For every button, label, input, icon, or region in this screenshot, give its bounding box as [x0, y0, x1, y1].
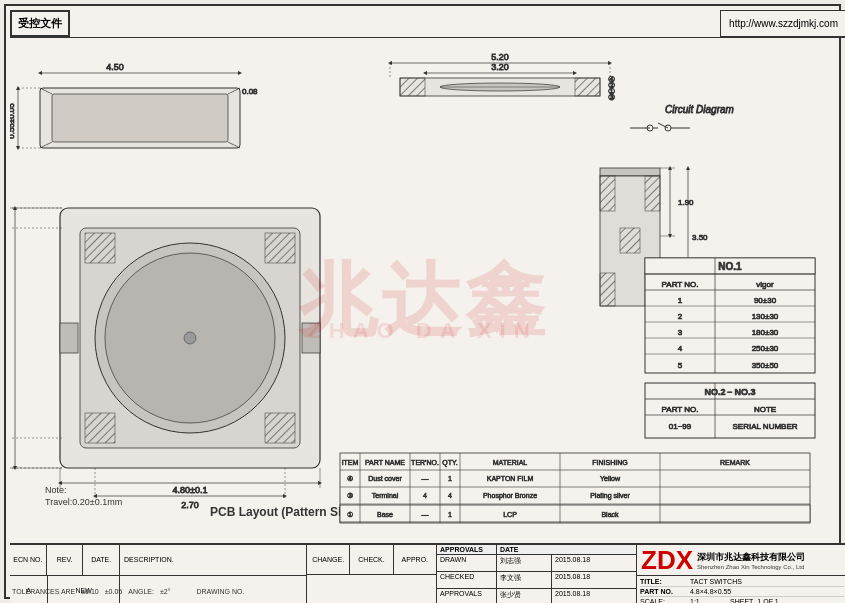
rev-label: REV. — [47, 545, 84, 575]
svg-rect-43 — [302, 323, 320, 353]
description-label: DESCRIPTION. — [120, 545, 306, 576]
svg-rect-16 — [400, 78, 425, 96]
angle-value: ±2° — [160, 588, 171, 595]
change-label: CHANGE. — [307, 545, 350, 574]
approvals-header: APPROVALS — [437, 545, 497, 554]
check-label: CHECK. — [350, 545, 393, 574]
svg-text:1: 1 — [448, 511, 452, 518]
svg-text:1: 1 — [678, 296, 683, 305]
svg-text:LCP: LCP — [503, 511, 517, 518]
ecn-no-label: ECN NO. — [10, 545, 47, 575]
svg-text:③: ③ — [347, 492, 353, 499]
svg-text:4: 4 — [423, 492, 427, 499]
sheet-label: SHEET — [730, 598, 753, 603]
svg-text:Black: Black — [601, 511, 619, 518]
svg-text:④: ④ — [347, 475, 353, 482]
svg-text:1.90: 1.90 — [678, 198, 694, 207]
company-logo: ZDX — [641, 547, 693, 573]
company-block: ZDX 深圳市兆达鑫科技有限公司 Shenzhen Zhao Xin Techn… — [637, 545, 845, 603]
svg-rect-47 — [265, 413, 295, 443]
svg-text:Yellow: Yellow — [600, 475, 621, 482]
scale-label: SCALE: — [640, 598, 690, 603]
svg-rect-74 — [620, 228, 640, 253]
sheet-value: 1 OF 1 — [757, 598, 778, 603]
date-label: DATE. — [83, 545, 119, 575]
svg-text:FINISHING: FINISHING — [592, 459, 627, 466]
svg-text:0.08: 0.08 — [242, 87, 258, 96]
svg-rect-68 — [600, 168, 660, 176]
svg-text:ITEM: ITEM — [342, 459, 359, 466]
svg-rect-42 — [60, 323, 78, 353]
svg-text:PART NO.: PART NO. — [662, 405, 699, 414]
drawn-label: DRAWN — [437, 555, 497, 571]
svg-text:Phosphor Bronze: Phosphor Bronze — [483, 492, 537, 500]
svg-text:3.50: 3.50 — [692, 233, 708, 242]
drawn-name: 刘志强 — [497, 555, 552, 571]
svg-text:NO.2－NO.3: NO.2－NO.3 — [704, 387, 755, 397]
title-value: TACT SWITCHS — [690, 578, 844, 585]
header-row: 受控文件 http://www.szzdjmkj.com — [10, 10, 845, 38]
svg-rect-3 — [52, 94, 228, 142]
approvals-label: APPROVALS — [437, 589, 497, 603]
svg-text:4.80±0.1: 4.80±0.1 — [173, 485, 208, 495]
svg-text:4.50: 4.50 — [106, 62, 124, 72]
svg-text:5: 5 — [678, 361, 683, 370]
svg-text:MATERIAL: MATERIAL — [493, 459, 528, 466]
svg-rect-17 — [575, 78, 600, 96]
svg-text:KAPTON FILM: KAPTON FILM — [487, 475, 534, 482]
approvals-block: APPROVALS DATE DRAWN 刘志强 2015.08.18 CHEC… — [437, 545, 637, 603]
svg-text:—: — — [422, 511, 429, 518]
drawing-area: 0.08 4.50 0.55±0.05 — [10, 38, 845, 543]
svg-text:Terminal: Terminal — [372, 492, 399, 499]
title-label: TITLE: — [640, 578, 690, 585]
svg-text:PART NO.: PART NO. — [662, 280, 699, 289]
change-values — [307, 575, 436, 604]
part-no-value: 4.8×4.8×0.55 — [690, 588, 844, 595]
svg-rect-46 — [85, 413, 115, 443]
tolerances-label: TOLERANCES ARE — [12, 588, 75, 595]
svg-text:Circuit Diagram: Circuit Diagram — [665, 104, 734, 115]
svg-text:TER'NO.: TER'NO. — [411, 459, 439, 466]
svg-text:2: 2 — [678, 312, 683, 321]
svg-text:NO.1: NO.1 — [718, 261, 742, 272]
controlled-label: 受控文件 — [10, 10, 70, 37]
tolerances-line: TOLERANCES ARE ±0.10 ±0.05 ANGLE: ±2° DR… — [12, 588, 244, 595]
svg-text:350±50: 350±50 — [752, 361, 779, 370]
svg-text:Dust cover: Dust cover — [368, 475, 402, 482]
approvals-date: 2015.08.18 — [552, 589, 636, 603]
svg-text:PART NAME: PART NAME — [365, 459, 405, 466]
svg-rect-70 — [600, 176, 615, 211]
svg-text:①: ① — [347, 511, 353, 518]
svg-text:2.70: 2.70 — [181, 500, 199, 510]
change-block: CHANGE. CHECK. APPRO. — [307, 545, 437, 603]
svg-text:250±30: 250±30 — [752, 344, 779, 353]
svg-rect-44 — [85, 233, 115, 263]
svg-text:5.20: 5.20 — [491, 52, 509, 62]
svg-text:PCB  Layout  (Pattern Side): PCB Layout (Pattern Side) — [210, 505, 359, 519]
checked-date: 2015.08.18 — [552, 572, 636, 588]
svg-text:Base: Base — [377, 511, 393, 518]
svg-text:Note:: Note: — [45, 485, 67, 495]
svg-text:0.55±0.05: 0.55±0.05 — [10, 103, 16, 139]
svg-text:1: 1 — [448, 475, 452, 482]
tol2: ±0.05 — [105, 588, 122, 595]
svg-text:4: 4 — [678, 344, 683, 353]
svg-text:01~99: 01~99 — [669, 422, 692, 431]
svg-text:REMARK: REMARK — [720, 459, 750, 466]
scale-value: 1:1 — [690, 598, 720, 603]
angle-label: ANGLE: — [128, 588, 154, 595]
svg-text:4: 4 — [448, 492, 452, 499]
company-name: 深圳市兆达鑫科技有限公司 — [697, 551, 805, 564]
svg-point-41 — [184, 332, 196, 344]
svg-text:130±30: 130±30 — [752, 312, 779, 321]
svg-text:3: 3 — [678, 328, 683, 337]
date-header: DATE — [497, 545, 636, 554]
svg-rect-45 — [265, 233, 295, 263]
svg-text:90±30: 90±30 — [754, 296, 777, 305]
part-no-label: PART NO. — [640, 588, 690, 595]
company-name-en: Shenzhen Zhao Xin Technology Co., Ltd — [697, 564, 805, 570]
svg-rect-151 — [340, 505, 810, 522]
drawing-no-label: DRAWING NO. — [196, 588, 244, 595]
url-label: http://www.szzdjmkj.com — [720, 10, 845, 37]
svg-text:Plating silver: Plating silver — [590, 492, 630, 500]
